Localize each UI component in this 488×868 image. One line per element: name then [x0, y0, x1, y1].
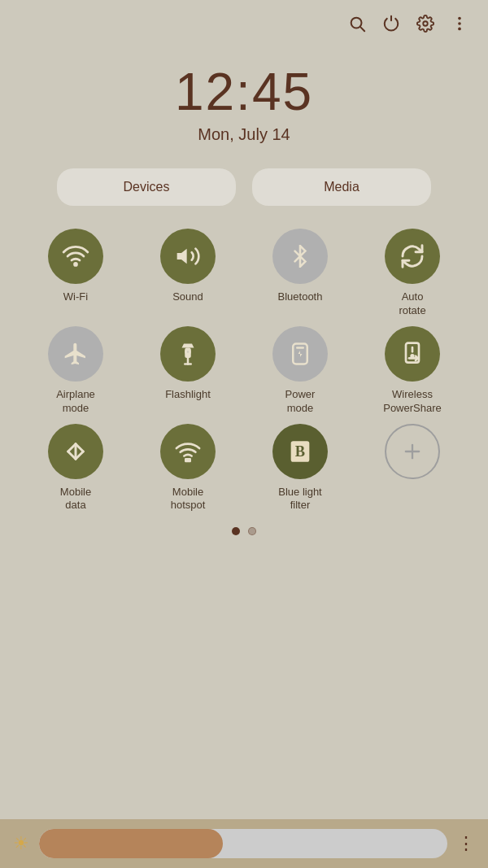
- sound-circle: [160, 229, 216, 284]
- powermode-label: Powermode: [285, 388, 316, 416]
- clock-area: 12:45 Mon, July 14: [0, 62, 488, 144]
- brightness-more-icon[interactable]: ⋮: [457, 833, 475, 854]
- clock-date: Mon, July 14: [198, 125, 290, 144]
- brightness-fill: [39, 829, 223, 858]
- mobiledata-circle: [48, 424, 103, 479]
- tile-hotspot[interactable]: Mobilehotspot: [135, 424, 241, 513]
- svg-point-4: [458, 22, 461, 25]
- wifi-circle: [48, 229, 103, 284]
- bluelight-circle: B: [272, 424, 328, 479]
- svg-point-6: [75, 264, 77, 266]
- brightness-track[interactable]: [39, 829, 447, 858]
- svg-marker-7: [177, 249, 187, 264]
- tile-flashlight[interactable]: Flashlight: [135, 326, 241, 416]
- tile-sound[interactable]: Sound: [135, 229, 241, 318]
- svg-point-11: [186, 350, 190, 354]
- mobiledata-label: Mobiledata: [60, 486, 91, 513]
- clock-time: 12:45: [175, 62, 313, 122]
- add-circle: [385, 424, 440, 479]
- airplane-label: Airplanemode: [56, 388, 95, 416]
- svg-point-3: [458, 17, 461, 20]
- bluelight-label: Blue lightfilter: [278, 486, 321, 513]
- svg-line-1: [360, 27, 364, 31]
- sound-label: Sound: [172, 290, 203, 304]
- flashlight-label: Flashlight: [165, 388, 211, 402]
- hotspot-circle: [160, 424, 216, 479]
- dot-2: [248, 527, 256, 535]
- flashlight-circle: [160, 326, 216, 382]
- tile-mobiledata[interactable]: Mobiledata: [23, 424, 129, 513]
- tab-row: Devices Media: [0, 168, 488, 206]
- tile-autorotate[interactable]: Autorotate: [359, 229, 465, 318]
- tile-add[interactable]: [359, 424, 465, 513]
- settings-icon[interactable]: [416, 15, 434, 37]
- airplane-circle: [48, 326, 103, 382]
- tile-bluelight[interactable]: B Blue lightfilter: [247, 424, 353, 513]
- quick-tiles-grid: Wi-Fi Sound Bluetooth Autorotate: [0, 229, 488, 513]
- svg-rect-19: [185, 458, 191, 462]
- wireless-label: WirelessPowerShare: [383, 388, 442, 416]
- dot-1: [232, 527, 240, 535]
- wireless-circle: [385, 326, 440, 382]
- tile-wifi[interactable]: Wi-Fi: [23, 229, 129, 318]
- autorotate-circle: [385, 229, 440, 284]
- tile-wireless[interactable]: WirelessPowerShare: [359, 326, 465, 416]
- search-icon[interactable]: [348, 15, 366, 37]
- bluetooth-label: Bluetooth: [278, 290, 323, 304]
- toolbar: [0, 0, 488, 46]
- powermode-circle: [272, 326, 328, 382]
- wifi-label: Wi-Fi: [63, 290, 88, 304]
- more-icon[interactable]: [451, 15, 468, 37]
- svg-text:B: B: [295, 443, 305, 459]
- power-icon[interactable]: [382, 15, 400, 37]
- tile-powermode[interactable]: Powermode: [247, 326, 353, 416]
- svg-point-2: [423, 21, 428, 26]
- devices-tab[interactable]: Devices: [57, 168, 236, 206]
- tile-airplane[interactable]: Airplanemode: [23, 326, 129, 416]
- brightness-bar-container: ☀ ⋮: [0, 819, 488, 868]
- svg-point-5: [458, 28, 461, 31]
- page-dots: [0, 527, 488, 535]
- autorotate-label: Autorotate: [399, 290, 425, 318]
- hotspot-label: Mobilehotspot: [171, 486, 206, 513]
- bluetooth-circle: [272, 229, 328, 284]
- brightness-sun-icon: ☀: [13, 833, 29, 854]
- media-tab[interactable]: Media: [252, 168, 431, 206]
- svg-point-17: [412, 355, 414, 357]
- tile-bluetooth[interactable]: Bluetooth: [247, 229, 353, 318]
